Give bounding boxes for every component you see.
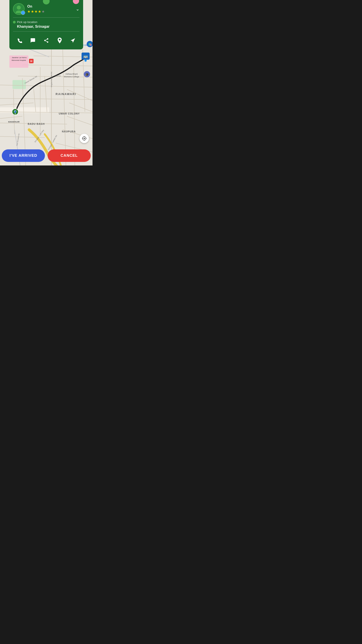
driver-status: On — [27, 4, 45, 8]
driver-text-info: On ★ ★ ★ ★ ★ — [27, 4, 45, 14]
svg-text:Vishwa Bharti: Vishwa Bharti — [65, 73, 78, 75]
crosshair-icon — [82, 136, 87, 141]
driver-card: i On ★ ★ ★ ★ ★ ⌄ — [9, 0, 83, 50]
pickup-label: Pick up location — [17, 20, 37, 24]
cancel-button[interactable]: CANCEL — [48, 149, 91, 162]
action-buttons-row — [13, 33, 79, 46]
svg-text:🎓: 🎓 — [85, 73, 89, 76]
pickup-label-row: Pick up location — [13, 20, 79, 24]
svg-text:VB Rd: VB Rd — [55, 75, 60, 77]
pickup-section: Pick up location Khanyaar, Srinagar — [13, 20, 79, 30]
message-button[interactable] — [28, 36, 37, 45]
svg-point-60 — [17, 6, 21, 10]
phone-container: H 👤 🚌 — [0, 0, 92, 166]
svg-point-63 — [44, 40, 45, 41]
svg-text:BADU BAGH: BADU BAGH — [28, 122, 45, 125]
svg-text:Memorial Hospital: Memorial Hospital — [12, 59, 26, 61]
star-1: ★ — [27, 10, 30, 14]
svg-point-37 — [84, 60, 87, 62]
svg-text:H: H — [30, 60, 32, 63]
svg-point-69 — [84, 138, 85, 139]
svg-text:👤: 👤 — [14, 110, 17, 113]
svg-text:NAUPURA: NAUPURA — [62, 130, 76, 133]
center-location-button[interactable] — [79, 134, 89, 143]
star-2: ★ — [31, 10, 34, 14]
driver-card-header: i On ★ ★ ★ ★ ★ ⌄ — [13, 3, 79, 15]
location-pin-button[interactable] — [55, 36, 64, 45]
stars-row: ★ ★ ★ ★ ★ — [27, 10, 45, 14]
svg-line-65 — [45, 41, 47, 42]
expand-chevron-icon[interactable]: ⌄ — [76, 7, 79, 11]
svg-text:🚌: 🚌 — [83, 54, 88, 58]
svg-rect-1 — [12, 80, 26, 89]
phone-button[interactable] — [15, 36, 24, 45]
pickup-location-text: Khanyaar, Srinagar — [13, 24, 79, 28]
svg-point-62 — [47, 38, 48, 40]
star-5: ★ — [41, 10, 45, 14]
star-3: ★ — [34, 10, 37, 14]
avatar-wrap: i — [13, 3, 24, 15]
svg-text:KHANYAAR: KHANYAAR — [8, 121, 20, 123]
navigate-button[interactable] — [68, 36, 77, 45]
svg-text:Womens College: Womens College — [64, 76, 79, 78]
arrived-button[interactable]: I'VE ARRIVED — [2, 149, 45, 162]
divider-1 — [13, 18, 79, 18]
driver-info-left: i On ★ ★ ★ ★ ★ — [13, 3, 45, 15]
info-badge[interactable]: i — [21, 11, 25, 15]
divider-2 — [13, 31, 79, 32]
svg-line-66 — [45, 39, 47, 40]
svg-text:RAINAWARI: RAINAWARI — [56, 92, 76, 96]
green-dot-icon — [13, 21, 16, 24]
share-button[interactable] — [42, 36, 51, 45]
svg-point-67 — [59, 39, 60, 40]
svg-text:Moghal Mohalla Rd: Moghal Mohalla Rd — [50, 72, 52, 87]
svg-text:Jawahar Lal Nehru: Jawahar Lal Nehru — [12, 56, 26, 58]
star-4: ★ — [38, 10, 41, 14]
svg-point-64 — [47, 41, 48, 43]
svg-text:UMAR COLONY: UMAR COLONY — [59, 112, 80, 115]
bottom-buttons: I'VE ARRIVED CANCEL — [0, 148, 92, 166]
